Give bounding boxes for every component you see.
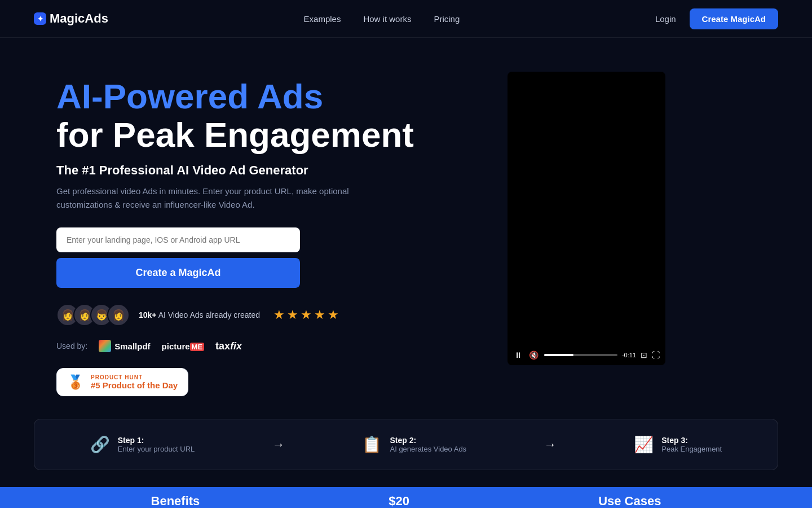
nav-right: Login Create MagicAd — [655, 8, 778, 29]
smallpdf-icon — [99, 340, 111, 352]
step-1-content: Step 1: Enter your product URL — [118, 436, 195, 453]
avatar-group: 👩 👩 👦 👩 — [56, 304, 130, 326]
create-ad-button[interactable]: Create a MagicAd — [56, 258, 300, 288]
pictureme-text: pictureME — [162, 341, 205, 351]
ph-badge-text: PRODUCT HUNT #5 Product of the Day — [91, 374, 178, 390]
nav-links: Examples How it works Pricing — [304, 14, 460, 24]
step-2-label: Step 2: — [390, 436, 466, 445]
bottom-use-cases: Use Cases — [598, 494, 661, 508]
smallpdf-text: Smallpdf — [114, 341, 150, 351]
used-by-label: Used by: — [56, 341, 87, 351]
social-proof: 👩 👩 👦 👩 10k+ AI Video Ads already create… — [56, 304, 485, 326]
hero-headline: AI-Powered Ads for Peak Engagement — [56, 77, 485, 154]
hero-description: Get professional video Ads in minutes. E… — [56, 185, 372, 212]
step-1: 🔗 Step 1: Enter your product URL — [90, 435, 195, 454]
ph-label: PRODUCT HUNT — [91, 374, 178, 380]
step-3-desc: Peak Engagement — [661, 445, 722, 453]
brand-pictureme: pictureME — [162, 341, 205, 351]
step-2: 📋 Step 2: AI generates Video Ads — [362, 435, 466, 454]
avatar: 👩 — [107, 304, 130, 326]
nav-link-how-it-works[interactable]: How it works — [363, 14, 411, 24]
star-3: ★ — [301, 308, 312, 322]
steps-bar: 🔗 Step 1: Enter your product URL → 📋 Ste… — [34, 419, 778, 470]
hero-content: AI-Powered Ads for Peak Engagement The #… — [56, 72, 485, 396]
ph-medal-icon: 🥉 — [67, 374, 84, 390]
video-time: -0:11 — [622, 352, 636, 358]
product-hunt-badge[interactable]: 🥉 PRODUCT HUNT #5 Product of the Day — [56, 368, 188, 396]
star-5: ★ — [328, 308, 339, 322]
progress-fill — [544, 354, 573, 356]
bottom-price: $20 — [389, 494, 409, 508]
step-3-content: Step 3: Peak Engagement — [661, 436, 722, 453]
video-panel: ⏸ 🔇 -0:11 ⊡ ⛶ — [508, 72, 665, 365]
step-3: 📈 Step 3: Peak Engagement — [634, 435, 722, 454]
arrow-2: → — [544, 437, 557, 452]
star-2: ★ — [287, 308, 298, 322]
headline-white: for Peak Engagement — [56, 115, 414, 154]
used-by: Used by: Smallpdf pictureME taxfix — [56, 340, 485, 352]
step-3-label: Step 3: — [661, 436, 722, 445]
headline-blue: AI-Powered Ads — [56, 77, 323, 116]
logo-icon: ✦ — [34, 12, 46, 25]
nav-link-examples[interactable]: Examples — [304, 14, 341, 24]
star-1: ★ — [273, 308, 285, 322]
step-1-desc: Enter your product URL — [118, 445, 195, 453]
step-1-label: Step 1: — [118, 436, 195, 445]
logo[interactable]: ✦ MagicAds — [34, 11, 108, 26]
bottom-benefits: Benefits — [151, 494, 200, 508]
step-1-icon: 🔗 — [90, 435, 110, 454]
logo-text: MagicAds — [50, 11, 108, 26]
bottom-strip: Benefits $20 Use Cases — [0, 487, 812, 508]
nav-create-button[interactable]: Create MagicAd — [690, 8, 778, 29]
progress-bar[interactable] — [544, 354, 617, 356]
social-count-text: 10k+ AI Video Ads already created — [139, 310, 260, 319]
step-3-icon: 📈 — [634, 435, 654, 454]
star-4: ★ — [314, 308, 325, 322]
arrow-1: → — [272, 437, 285, 452]
login-link[interactable]: Login — [655, 14, 676, 24]
nav-link-pricing[interactable]: Pricing — [434, 14, 460, 24]
brand-smallpdf: Smallpdf — [99, 340, 150, 352]
step-2-icon: 📋 — [362, 435, 382, 454]
step-2-desc: AI generates Video Ads — [390, 445, 466, 453]
url-input[interactable] — [56, 227, 300, 252]
ph-rank: #5 Product of the Day — [91, 380, 178, 390]
step-2-content: Step 2: AI generates Video Ads — [390, 436, 466, 453]
mute-button[interactable]: 🔇 — [528, 349, 540, 361]
brand-taxfix: taxfix — [215, 340, 242, 352]
star-rating: ★ ★ ★ ★ ★ — [273, 308, 339, 322]
fullscreen-icon[interactable]: ⛶ — [652, 351, 660, 360]
pip-icon[interactable]: ⊡ — [641, 351, 647, 360]
pause-button[interactable]: ⏸ — [513, 349, 523, 361]
video-controls: ⏸ 🔇 -0:11 ⊡ ⛶ — [508, 345, 665, 365]
taxfix-text: taxfix — [215, 340, 242, 352]
hero-section: AI-Powered Ads for Peak Engagement The #… — [0, 38, 812, 419]
hero-subtitle: The #1 Professional AI Video Ad Generato… — [56, 163, 485, 178]
navbar: ✦ MagicAds Examples How it works Pricing… — [0, 0, 812, 38]
